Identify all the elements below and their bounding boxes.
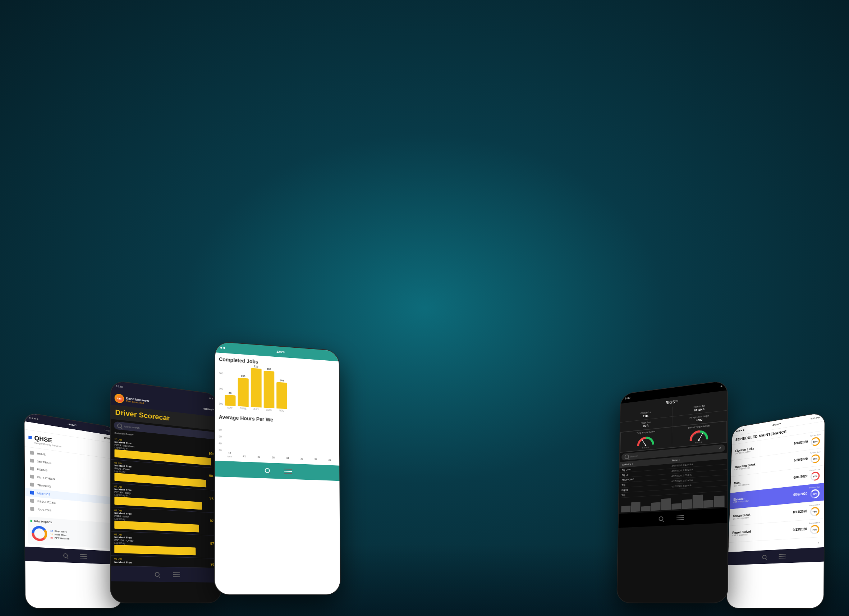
rigs-bc-bar-8 [703,500,713,508]
qhse-blue-square [28,436,31,439]
footer-menu-icon[interactable] [80,556,87,557]
sm-item-4-donut-wrap: Percent Due 75% [809,503,820,517]
cj-bar2-3: 38 [267,456,280,459]
cj-y2-50: 50 [219,435,222,438]
ds-item-label-5: Incident Free [114,561,132,564]
nav-analysis-label: ANALYSIS [37,508,51,512]
nav-settings-label: SETTINGS [37,460,51,465]
stat-near-miss-value: 15 [50,533,53,536]
cj-bar2-val-0: 44 [228,451,231,454]
cj-bar-june: 150 JUNE [238,375,249,410]
cj-bar-may-label: MAY [228,406,233,409]
ds-item-type-3: Light Duty [114,518,131,521]
nav-training-label: TRAINING [37,484,51,488]
sm-item-5-info: Power Swivel CAT III Inspection [732,528,788,537]
rigs-refresh-icon[interactable]: ↺ [719,447,722,450]
cj-y2-60: 60 [219,428,222,431]
ds-app-name: eDrive™ [203,407,214,412]
cj-chart2-area: 60 50 40 30 44 Mon 41 40 [219,421,336,462]
phone3-footer-menu-icon[interactable] [284,471,292,472]
cj-bar2-7: 31 [323,458,336,462]
phone2-time: 18:01 [116,385,123,389]
sm-item-0-info: Elevator Links CAT III Inspection [735,441,789,455]
cj-bar-june-value: 150 [241,375,246,377]
cj-bar2-5: 35 [295,457,308,461]
cj-y2-30: 30 [219,449,221,451]
phone4-footer-search-icon[interactable] [659,516,664,521]
phone2-footer-search-icon[interactable] [155,572,159,577]
cj-bar2-val-4: 34 [286,457,289,459]
phone-rigs: 9:00 RIGS™ Choke Pos 2 in. Rate In Tot 0… [617,380,727,603]
sm-item-0-donut-wrap: Percent Due 88% [810,434,821,447]
sm-item-3-percent: 80% [813,493,818,495]
sm-item-2-donut-wrap: Percent Due 81% [809,468,820,482]
sm-item-5-donut-wrap: Percent Due 70% [809,521,820,535]
nav-resources-label: RESOURCES [37,500,56,504]
phone-qhse: ePMM™ 7:40 PM ePMM™ QHSE Ranger Energy S… [24,412,122,608]
cj-bar-aug-rect [264,371,274,409]
stat-ppe-label: PPE Related [55,537,69,540]
reports-stats: 17 Stop Work 15 Near Miss 37 PPE Related [50,526,70,544]
ds-item-score-0: 99.0 [209,451,215,456]
phone3-time: 12:20 [276,350,284,354]
cj-content: Completed Jobs 300 200 100 28 MAY 150 JU… [215,352,339,466]
ds-search-icon [117,423,122,428]
analysis-icon [30,507,34,511]
cj-bar2-2: 40 [252,455,265,459]
phone5-time: 7:40 PM [810,416,820,421]
sm-list: Elevator Links CAT III Inspection 5/18/2… [728,430,824,543]
cj-bar-nov-label: NOV [279,409,284,412]
phone3-footer-search-icon[interactable] [265,468,270,473]
stat-ppe-value: 37 [50,536,53,539]
nav-metrics-label: METRICS [37,492,50,496]
cj-bar-july-value: 215 [254,365,258,368]
phone4-footer-menu-icon[interactable] [676,517,684,518]
phone2-footer-menu-icon[interactable] [173,574,180,575]
sm-item-3-date: 6/02/2020 [790,492,807,497]
cj-bar-nov: 140 NOV [276,379,287,412]
sm-item-2-info: Mast CAT III Inspection [734,476,789,487]
rigs-bc-bar-5 [672,503,681,510]
cj-y-label-300: 300 [219,372,223,375]
rigs-bc-bar-9 [714,495,725,507]
phone-driver-scorecard: 18:01 DM David McKeever Fleet Score: 98.… [111,380,221,603]
metrics-icon [30,491,34,494]
sm-item-3-donut: 80% [810,488,820,499]
rigs-bc-bar-6 [682,499,692,509]
phone1-brand: ePMM™ [68,423,77,427]
qhse-nav: HOME SETTINGS FORMS EMPLOYEES TRAINING M… [25,447,120,521]
cj-bar-july: 215 JULY [250,365,261,411]
rigs-tong-gauge [635,433,657,448]
phone5-footer-menu-icon[interactable] [779,556,786,557]
cj-bar-may-rect [225,395,235,406]
sm-item-5-date: 9/13/2020 [789,527,807,532]
cj-bar-may-value: 28 [229,392,231,394]
cj-bar2-val-5: 35 [301,458,303,460]
sm-item-4-info: Crown Block CAT IV Inspection [733,510,788,520]
home-icon [30,450,34,455]
phone1-signal [29,417,39,420]
phone5-footer-search-icon[interactable] [763,555,767,559]
ds-driver-avatar: DM [115,394,124,403]
sm-item-0-donut: 88% [810,436,821,447]
cj-y-label-100: 100 [219,403,223,405]
sm-item-4-date: 8/11/2020 [790,509,807,514]
reports-title: Total Reports [34,519,52,524]
cj-bar-nov-value: 140 [280,379,284,382]
rigs-title: RIGS™ [665,399,679,405]
cj-bar2-val-3: 38 [272,456,275,459]
rigs-swivel-gauge [687,427,710,443]
stat-near-miss-label: Near Miss [55,533,67,537]
cj-bar-june-label: JUNE [240,407,246,410]
sm-item-3-donut-wrap: Percent Due 80% [809,486,820,500]
sm-item-3-info: Elevator CAT IV Inspection [733,493,788,503]
footer-search-icon[interactable] [63,553,68,558]
sm-item-2-date: 6/01/2020 [790,474,807,480]
nav-home-label: HOME [37,452,46,456]
cj-bar-july-rect [250,368,261,407]
resources-icon [30,499,34,503]
sm-item-1-donut: 85% [810,453,821,464]
cj-bar2-6: 37 [310,458,322,461]
ds-list-item-4[interactable]: 09 Dec Incident Free P55134 - Omar Light… [111,531,220,559]
training-icon [30,483,34,486]
